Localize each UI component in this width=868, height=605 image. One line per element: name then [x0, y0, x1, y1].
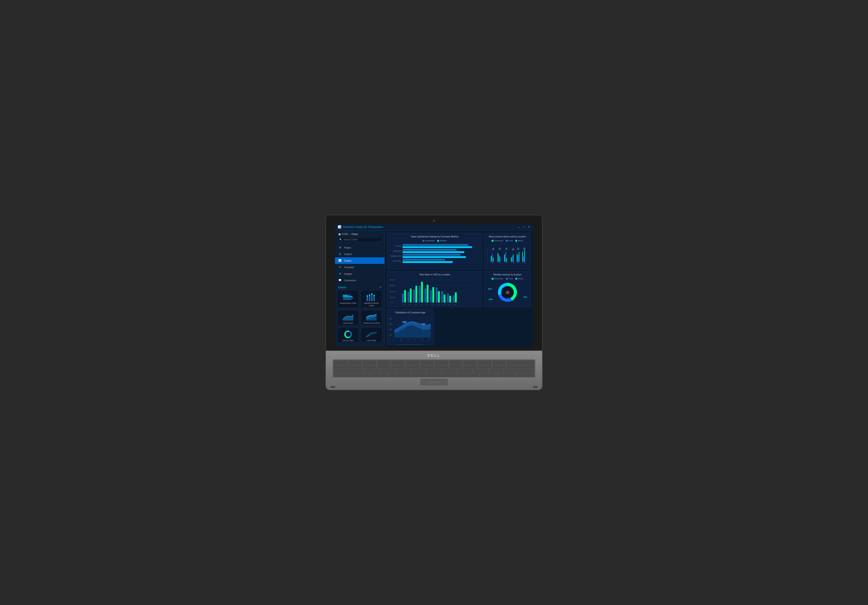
- thumb-line[interactable]: Line Chart: [361, 327, 383, 343]
- svg-text:Austin: Austin: [492, 262, 495, 263]
- svg-rect-24: [491, 256, 491, 262]
- svg-text:100,000: 100,000: [389, 297, 395, 298]
- key: [473, 369, 488, 373]
- chart2-svg: 100 80 60 40 20 0 64% Austi: [487, 243, 528, 268]
- sidebar-item-template-label: Template: [344, 266, 354, 269]
- key: [370, 373, 389, 377]
- l4f-label: Food: [508, 278, 513, 280]
- svg-text:FY17: FY17: [425, 304, 428, 305]
- svg-rect-9: [371, 295, 372, 301]
- key: [405, 364, 419, 368]
- pct42-label: 42%: [489, 298, 493, 300]
- chart-most-common: Most common items sold by Location Elect…: [484, 233, 531, 269]
- sidebar-item-charts[interactable]: 📊 Charts: [335, 257, 384, 264]
- foot-right: [533, 386, 538, 388]
- charts-icon: 📊: [338, 259, 342, 262]
- legend-satisfied-label: Satisfied: [440, 240, 447, 242]
- key: [334, 373, 352, 377]
- svg-rect-55: [523, 257, 524, 262]
- svg-text:100: 100: [487, 249, 488, 250]
- svg-rect-43: [512, 256, 513, 262]
- chart-total-sales: Total Sales in USD by Location 400,000 3…: [387, 271, 482, 307]
- thumb-area[interactable]: Area Chart: [337, 310, 359, 325]
- svg-text:FY17: FY17: [437, 304, 440, 305]
- thumb-donut[interactable]: Donut Chart: [337, 327, 359, 343]
- svg-rect-84: [447, 294, 449, 302]
- chart4-legend: Electronics Food Books: [487, 278, 528, 280]
- svg-rect-10: [371, 294, 372, 295]
- search-icon: 🔍: [339, 238, 342, 241]
- thumb-line-visual: [362, 330, 381, 339]
- stacked-col-svg: [366, 293, 377, 301]
- svg-rect-38: [506, 258, 507, 262]
- touchpad[interactable]: [420, 379, 448, 385]
- legend-e-dot: [491, 240, 493, 242]
- svg-rect-72: [413, 289, 415, 302]
- legend-e-label: Electronics: [494, 240, 503, 242]
- search-input[interactable]: [343, 238, 380, 241]
- sidebar-item-comments[interactable]: 💬 Comments: [335, 277, 384, 283]
- template-icon: ⊡: [338, 266, 342, 269]
- comments-icon: 💬: [338, 279, 342, 282]
- key: [377, 361, 391, 364]
- thumb-line-label: Line Chart: [362, 339, 381, 342]
- key: [492, 361, 506, 364]
- chart2-title: Most common items sold by Location: [487, 235, 528, 238]
- svg-text:95%: 95%: [524, 248, 525, 249]
- svg-text:FY17: FY17: [408, 304, 411, 305]
- hbar-store-dissatisfied: [403, 244, 468, 246]
- svg-rect-73: [415, 286, 417, 302]
- sidebar-item-charts-label: Charts: [344, 259, 351, 262]
- key: [391, 364, 405, 368]
- close-button[interactable]: ✕: [527, 226, 530, 229]
- laptop-brand: DELL: [326, 354, 542, 357]
- l4f-dot: [506, 278, 508, 280]
- svg-text:FY18: FY18: [403, 304, 406, 305]
- legend-satisfied-dot: [437, 240, 439, 242]
- svg-rect-1: [343, 299, 352, 300]
- minimize-button[interactable]: —: [517, 226, 520, 229]
- svg-rect-54: [522, 252, 523, 262]
- thumb-stacked-area[interactable]: Stcked Area Chart: [361, 310, 383, 325]
- charts-section-toggle[interactable]: ∨: [380, 286, 381, 289]
- key: [420, 364, 434, 368]
- thumb-stacked-col[interactable]: Stacked Column Chart: [361, 290, 383, 308]
- app-icon: 📊: [338, 225, 341, 229]
- svg-text:42%: 42%: [512, 249, 514, 250]
- key: [377, 364, 391, 368]
- hbar-untitled-bars: [403, 259, 480, 263]
- svg-rect-69: [404, 290, 406, 302]
- sidebar-item-template[interactable]: ⊡ Template: [335, 264, 384, 271]
- thumb-stacked-bar-visual: [339, 292, 357, 301]
- svg-text:New York: New York: [511, 262, 515, 263]
- svg-text:100: 100: [400, 339, 402, 340]
- hbar-store-satisfied: [403, 246, 472, 248]
- key: [504, 369, 534, 373]
- hbar-mobile-label: MOBILE APP: [389, 255, 401, 257]
- key: [352, 373, 370, 377]
- svg-rect-83: [444, 295, 445, 302]
- sidebar-item-pages[interactable]: ⊞ Pages: [335, 244, 384, 251]
- svg-text:Londaon: Londaon: [505, 262, 508, 263]
- svg-rect-76: [425, 288, 426, 302]
- key: [449, 364, 463, 368]
- chart3-svg: 400,000 300,000 200,000 100,000 0: [389, 278, 480, 307]
- chart1-legend: Dissatisfied Satisfied: [389, 240, 480, 242]
- search-box[interactable]: 🔍: [337, 237, 382, 242]
- chart2-legend: Electronics Food Books: [487, 240, 528, 242]
- svg-rect-81: [438, 291, 440, 302]
- line-thumb-svg: [366, 330, 377, 339]
- breadcrumb-home[interactable]: 🏠 HOME: [338, 233, 348, 235]
- laptop-body: DELL: [326, 351, 542, 390]
- svg-text:500: 500: [428, 339, 430, 340]
- breadcrumb-current: Charts: [352, 233, 358, 235]
- svg-text:FY18: FY18: [431, 304, 434, 305]
- maximize-button[interactable]: □: [522, 226, 525, 229]
- sidebar-item-images[interactable]: ⊟ Images: [335, 271, 384, 277]
- svg-text:60%: 60%: [389, 323, 392, 325]
- sidebar-item-outline[interactable]: ☰ Outline: [335, 251, 384, 257]
- legend-dissatisfied-dot: [423, 240, 424, 242]
- svg-text:60: 60: [487, 254, 488, 255]
- svg-text:💼: 💼: [505, 290, 510, 294]
- thumb-stacked-bar[interactable]: Stacked Bar Chart: [337, 290, 359, 308]
